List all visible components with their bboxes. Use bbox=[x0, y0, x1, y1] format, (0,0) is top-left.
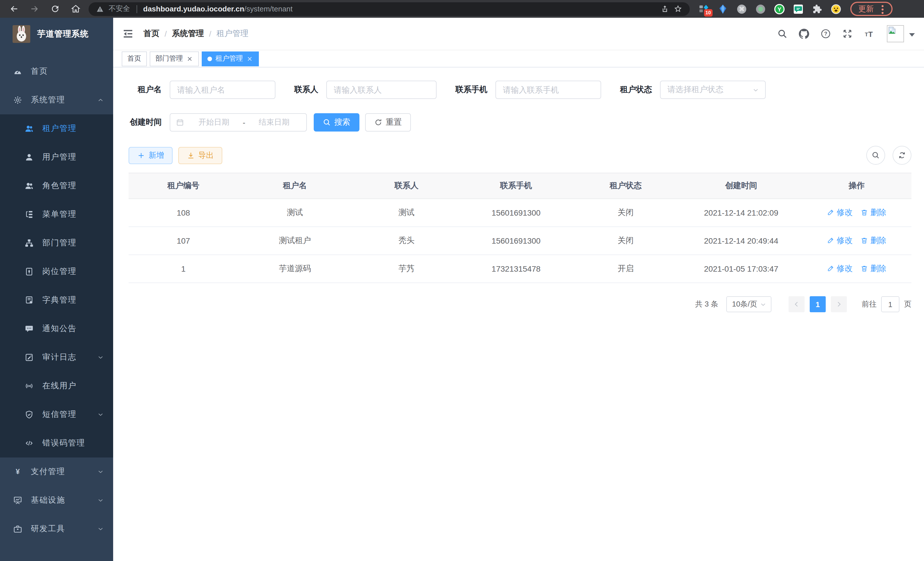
yen-icon: ¥ bbox=[13, 467, 22, 476]
url-text[interactable]: dashboard.yudao.iocoder.cn/system/tenant bbox=[143, 5, 292, 13]
sidebar-item-租户管理[interactable]: 租户管理 bbox=[0, 114, 113, 143]
delete-link[interactable]: 删除 bbox=[861, 236, 886, 246]
shield-icon bbox=[25, 410, 34, 419]
show-search-button[interactable] bbox=[866, 146, 885, 165]
search-icon[interactable] bbox=[777, 29, 788, 39]
sidebar-item-label: 研发工具 bbox=[31, 524, 97, 534]
chevron-down-icon bbox=[97, 497, 104, 504]
prev-page-button[interactable] bbox=[789, 296, 805, 312]
extension-y-icon[interactable]: Y bbox=[774, 4, 784, 14]
export-button[interactable]: 导出 bbox=[178, 147, 222, 164]
chevron-down-icon bbox=[97, 526, 104, 532]
delete-link[interactable]: 删除 bbox=[861, 208, 886, 218]
edit-link[interactable]: 修改 bbox=[827, 208, 853, 218]
tenant-name-label: 租户名 bbox=[129, 85, 162, 95]
sidebar-item-label: 审计日志 bbox=[42, 352, 97, 362]
browser-nav-buttons bbox=[9, 4, 81, 14]
extension-command-icon[interactable]: ⌘ bbox=[736, 4, 747, 14]
sidebar-item-在线用户[interactable]: 在线用户 bbox=[0, 372, 113, 400]
sidebar-item-通知公告[interactable]: 通知公告 bbox=[0, 314, 113, 343]
edit-link[interactable]: 修改 bbox=[827, 236, 853, 246]
contact-cell: 秃头 bbox=[352, 227, 461, 255]
sidebar-item-审计日志[interactable]: 审计日志 bbox=[0, 343, 113, 372]
extension-chat-icon[interactable] bbox=[793, 4, 803, 14]
svg-text:T: T bbox=[865, 32, 868, 38]
svg-text:T: T bbox=[868, 30, 873, 38]
fullscreen-icon[interactable] bbox=[842, 29, 853, 39]
page-size-select[interactable]: 10条/页 bbox=[726, 296, 771, 312]
share-icon[interactable] bbox=[661, 5, 669, 13]
sidebar-item-菜单管理[interactable]: 菜单管理 bbox=[0, 200, 113, 229]
reset-button[interactable]: 重置 bbox=[365, 113, 411, 132]
close-icon[interactable] bbox=[186, 55, 193, 62]
column-header: 租户状态 bbox=[571, 173, 681, 199]
breadcrumb-system[interactable]: 系统管理 bbox=[172, 29, 204, 39]
bookmark-star-icon[interactable] bbox=[674, 5, 682, 13]
sidebar-item-字典管理[interactable]: 字典管理 bbox=[0, 286, 113, 314]
trash-icon bbox=[861, 237, 868, 244]
contact-input[interactable] bbox=[326, 81, 436, 99]
edit-link[interactable]: 修改 bbox=[827, 264, 853, 274]
sidebar-item-角色管理[interactable]: 角色管理 bbox=[0, 171, 113, 200]
address-bar[interactable]: 不安全 dashboard.yudao.iocoder.cn/system/te… bbox=[88, 2, 690, 16]
pagination-total: 共 3 条 bbox=[695, 299, 718, 309]
hamburger-icon[interactable] bbox=[122, 28, 134, 39]
browser-menu-icon[interactable] bbox=[879, 5, 886, 13]
add-button[interactable]: 新增 bbox=[129, 147, 172, 164]
github-icon[interactable] bbox=[799, 29, 809, 39]
date-range-picker[interactable]: 开始日期 - 结束日期 bbox=[170, 113, 307, 132]
tab-部门管理[interactable]: 部门管理 bbox=[150, 51, 199, 66]
sidebar-item-label: 支付管理 bbox=[31, 467, 97, 477]
back-icon[interactable] bbox=[9, 4, 19, 14]
column-header: 联系人 bbox=[352, 173, 461, 199]
sidebar-item-支付管理[interactable]: ¥支付管理 bbox=[0, 457, 113, 486]
sidebar-item-岗位管理[interactable]: 岗位管理 bbox=[0, 257, 113, 286]
delete-link[interactable]: 删除 bbox=[861, 264, 886, 274]
user-menu[interactable] bbox=[887, 25, 915, 42]
page-unit-label: 页 bbox=[904, 299, 911, 309]
extensions-puzzle-icon[interactable] bbox=[812, 4, 822, 14]
page-content: 租户名 联系人 联系手机 租户状态 请选择租户状态 bbox=[113, 68, 924, 561]
sidebar-item-短信管理[interactable]: 短信管理 bbox=[0, 400, 113, 429]
tenant-name-input[interactable] bbox=[170, 81, 275, 99]
sidebar-item-首页[interactable]: 首页 bbox=[0, 57, 113, 86]
extension-balloon-icon[interactable] bbox=[718, 4, 728, 14]
page-number-button[interactable]: 1 bbox=[810, 296, 826, 312]
breadcrumb-home[interactable]: 首页 bbox=[143, 29, 159, 39]
avatar[interactable] bbox=[887, 25, 904, 42]
trash-icon bbox=[861, 209, 868, 217]
sidebar-item-研发工具[interactable]: 研发工具 bbox=[0, 515, 113, 543]
sidebar-item-错误码管理[interactable]: 错误码管理 bbox=[0, 429, 113, 457]
close-icon[interactable] bbox=[246, 55, 253, 62]
tenant-name-cell: 芋道源码 bbox=[238, 255, 352, 283]
mobile-input[interactable] bbox=[495, 81, 601, 99]
reload-icon[interactable] bbox=[50, 4, 60, 14]
security-warning-icon[interactable] bbox=[96, 5, 104, 13]
security-label[interactable]: 不安全 bbox=[109, 4, 130, 14]
forward-icon[interactable] bbox=[30, 4, 39, 14]
next-page-button[interactable] bbox=[831, 296, 847, 312]
tab-首页[interactable]: 首页 bbox=[122, 51, 147, 66]
app-title: 芋道管理系统 bbox=[37, 29, 88, 39]
status-select[interactable]: 请选择租户状态 bbox=[660, 81, 766, 99]
search-button[interactable]: 搜索 bbox=[314, 113, 359, 132]
sidebar-item-基础设施[interactable]: 基础设施 bbox=[0, 486, 113, 515]
home-icon[interactable] bbox=[71, 4, 81, 14]
sidebar-logo[interactable]: 芋道管理系统 bbox=[0, 18, 113, 50]
tab-租户管理[interactable]: 租户管理 bbox=[202, 51, 259, 66]
sidebar-item-系统管理[interactable]: 系统管理 bbox=[0, 86, 113, 114]
sidebar-item-部门管理[interactable]: 部门管理 bbox=[0, 229, 113, 257]
table-header-row: 租户编号租户名联系人联系手机租户状态创建时间操作 bbox=[129, 173, 911, 199]
extension-pinned-icon[interactable]: 10 bbox=[699, 4, 709, 14]
extension-smiley-icon[interactable] bbox=[831, 4, 841, 14]
refresh-table-button[interactable] bbox=[892, 146, 911, 165]
column-header: 操作 bbox=[802, 173, 911, 199]
goto-page-input[interactable] bbox=[881, 296, 899, 312]
browser-update-button[interactable]: 更新 bbox=[850, 2, 892, 16]
font-size-icon[interactable]: TT bbox=[864, 29, 874, 39]
extension-record-icon[interactable] bbox=[755, 4, 766, 14]
help-icon[interactable]: ? bbox=[820, 29, 831, 39]
sidebar-item-用户管理[interactable]: 用户管理 bbox=[0, 143, 113, 171]
filter-tenant-name: 租户名 bbox=[129, 81, 275, 99]
contact-cell: 芋艿 bbox=[352, 255, 461, 283]
